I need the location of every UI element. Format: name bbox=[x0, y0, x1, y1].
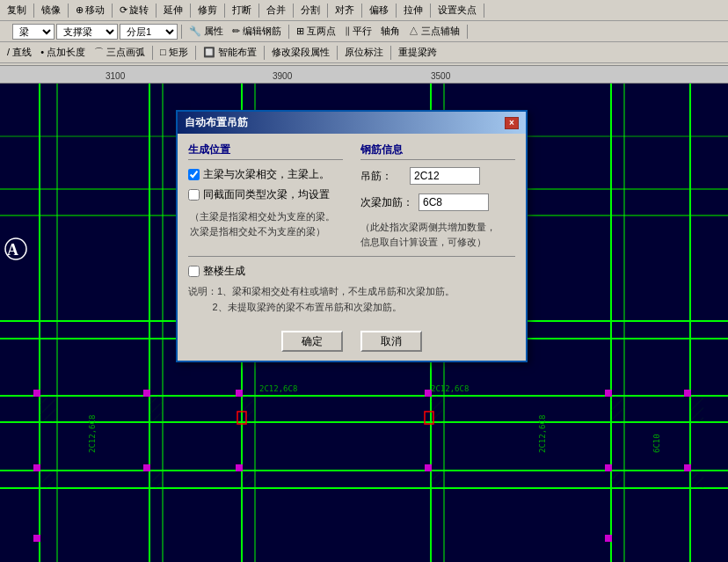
rebar2-input[interactable] bbox=[419, 193, 489, 211]
toolbar-row-3: / 直线 • 点加长度 ⌒ 三点画弧 □ 矩形 🔲 智能布置 修改梁段属性 原位… bbox=[0, 42, 728, 63]
sep bbox=[293, 4, 294, 18]
sep bbox=[288, 25, 289, 39]
parallel-btn[interactable]: ∥ 平行 bbox=[341, 23, 375, 40]
rebar2-label: 次梁加筋： bbox=[360, 195, 413, 210]
sep bbox=[337, 46, 338, 60]
checkbox1[interactable] bbox=[188, 169, 200, 180]
break-btn[interactable]: 打断 bbox=[229, 2, 255, 18]
toolbar-row-2: 梁 支撑梁 分层1 🔧 属性 ✏ 编辑钢筋 ⊞ 互两点 ∥ 平行 轴角 △ 三点… bbox=[0, 21, 728, 42]
dialog-footer: 确定 取消 bbox=[178, 324, 526, 361]
sep bbox=[33, 4, 34, 18]
sep bbox=[152, 46, 153, 60]
align-btn[interactable]: 对齐 bbox=[331, 2, 358, 18]
rebar1-row: 吊筋： bbox=[360, 167, 515, 185]
dialog-columns: 生成位置 主梁与次梁相交，主梁上。 同截面同类型次梁，均设置 （主梁是指梁相交处… bbox=[188, 142, 515, 249]
dialog-left-col: 生成位置 主梁与次梁相交，主梁上。 同截面同类型次梁，均设置 （主梁是指梁相交处… bbox=[188, 142, 343, 249]
in-situ-mark-btn[interactable]: 原位标注 bbox=[341, 44, 387, 61]
sep bbox=[390, 46, 391, 60]
toolbar: 复制 镜像 ⊕ 移动 ⟳ 旋转 延伸 修剪 打断 合并 分割 对齐 偏移 拉伸 … bbox=[0, 0, 728, 66]
dialog-overlay: 自动布置吊筋 × 生成位置 主梁与次梁相交，主梁上。 同截面同类型次梁，均设置 bbox=[0, 66, 728, 562]
sep bbox=[484, 4, 484, 18]
cancel-button[interactable]: 取消 bbox=[360, 331, 422, 352]
sep bbox=[264, 46, 265, 60]
ok-button[interactable]: 确定 bbox=[281, 331, 343, 352]
sep bbox=[195, 46, 196, 60]
sep bbox=[156, 4, 157, 18]
toolbar-row-1: 复制 镜像 ⊕ 移动 ⟳ 旋转 延伸 修剪 打断 合并 分割 对齐 偏移 拉伸 … bbox=[0, 0, 728, 21]
sep bbox=[467, 25, 468, 39]
checkbox3-row: 整楼生成 bbox=[188, 264, 515, 279]
checkbox3[interactable] bbox=[188, 266, 200, 277]
sep bbox=[190, 4, 191, 18]
sep bbox=[224, 4, 225, 18]
checkbox3-label: 整楼生成 bbox=[203, 264, 245, 279]
copy-btn[interactable]: 复制 bbox=[4, 2, 30, 18]
note1: （主梁是指梁相交处为支座的梁。次梁是指相交处不为支座的梁） bbox=[188, 208, 343, 240]
beam-subtype-select[interactable]: 支撑梁 bbox=[56, 24, 118, 40]
extend-btn[interactable]: 延伸 bbox=[160, 2, 186, 18]
rebar2-row: 次梁加筋： bbox=[360, 193, 515, 211]
auto-place-btn[interactable]: 🔲 智能布置 bbox=[200, 44, 260, 61]
checkbox2-row: 同截面同类型次梁，均设置 bbox=[188, 187, 343, 202]
note-title: 说明：1、梁和梁相交处有柱或墙时，不生成吊筋和次梁加筋。 bbox=[188, 286, 455, 296]
note-line2: 2、未提取梁跨的梁不布置吊筋和次梁加筋。 bbox=[213, 302, 402, 312]
checkbox1-row: 主梁与次梁相交，主梁上。 bbox=[188, 167, 343, 182]
notes-section: 说明：1、梁和梁相交处有柱或墙时，不生成吊筋和次梁加筋。 2、未提取梁跨的梁不布… bbox=[188, 284, 515, 315]
dialog-close-button[interactable]: × bbox=[505, 117, 519, 129]
dialog-title: 自动布置吊筋 bbox=[185, 115, 248, 130]
split-btn[interactable]: 分割 bbox=[297, 2, 324, 18]
rebar1-label: 吊筋： bbox=[360, 169, 404, 184]
two-point-btn[interactable]: ⊞ 互两点 bbox=[293, 23, 339, 40]
offset-btn[interactable]: 偏移 bbox=[366, 2, 392, 18]
rect-btn[interactable]: □ 矩形 bbox=[157, 44, 192, 61]
layer-select[interactable]: 分层1 bbox=[120, 24, 178, 40]
left-col-header: 生成位置 bbox=[188, 142, 343, 160]
sep bbox=[327, 4, 328, 18]
sep bbox=[68, 4, 69, 18]
rebar-note: （此处指次梁两侧共增加数量，信息取自计算设置，可修改） bbox=[360, 220, 515, 249]
edit-rebar-btn[interactable]: ✏ 编辑钢筋 bbox=[229, 23, 285, 40]
trim-btn[interactable]: 修剪 bbox=[194, 2, 221, 18]
rebar1-input[interactable] bbox=[410, 167, 480, 185]
divider bbox=[188, 256, 515, 257]
auto-place-stirrup-dialog: 自动布置吊筋 × 生成位置 主梁与次梁相交，主梁上。 同截面同类型次梁，均设置 bbox=[176, 110, 528, 362]
dialog-right-col: 钢筋信息 吊筋： 次梁加筋： （此处指次梁两侧共增加数量，信息取自计算设置，可修… bbox=[360, 142, 515, 249]
grip-btn[interactable]: 设置夹点 bbox=[434, 2, 480, 18]
rotate-btn[interactable]: ⟳ 旋转 bbox=[116, 2, 152, 18]
sep bbox=[181, 25, 182, 39]
sep bbox=[258, 4, 259, 18]
dialog-titlebar: 自动布置吊筋 × bbox=[178, 112, 526, 134]
modify-seg-btn[interactable]: 修改梁段属性 bbox=[268, 44, 333, 61]
arc-btn[interactable]: ⌒ 三点画弧 bbox=[91, 44, 149, 61]
three-point-axis-btn[interactable]: △ 三点辅轴 bbox=[405, 23, 463, 40]
checkbox2-label: 同截面同类型次梁，均设置 bbox=[203, 187, 330, 202]
checkbox2[interactable] bbox=[188, 189, 200, 201]
sep bbox=[361, 4, 362, 18]
move-btn[interactable]: ⊕ 移动 bbox=[72, 2, 108, 18]
checkbox1-label: 主梁与次梁相交，主梁上。 bbox=[203, 167, 330, 182]
point-length-btn[interactable]: • 点加长度 bbox=[37, 44, 89, 61]
sep bbox=[430, 4, 431, 18]
property-btn[interactable]: 🔧 属性 bbox=[186, 23, 227, 40]
mirror-btn[interactable]: 镜像 bbox=[38, 2, 64, 18]
re-extract-btn[interactable]: 重提梁跨 bbox=[395, 44, 440, 61]
beam-type-select[interactable]: 梁 bbox=[12, 24, 55, 40]
merge-btn[interactable]: 合并 bbox=[263, 2, 289, 18]
line-btn[interactable]: / 直线 bbox=[4, 44, 35, 61]
sep bbox=[396, 4, 397, 18]
stretch-btn[interactable]: 拉伸 bbox=[400, 2, 426, 18]
right-col-header: 钢筋信息 bbox=[360, 142, 515, 160]
sep bbox=[112, 4, 113, 18]
dialog-body: 生成位置 主梁与次梁相交，主梁上。 同截面同类型次梁，均设置 （主梁是指梁相交处… bbox=[178, 134, 526, 324]
axis-angle-btn[interactable]: 轴角 bbox=[377, 23, 404, 40]
